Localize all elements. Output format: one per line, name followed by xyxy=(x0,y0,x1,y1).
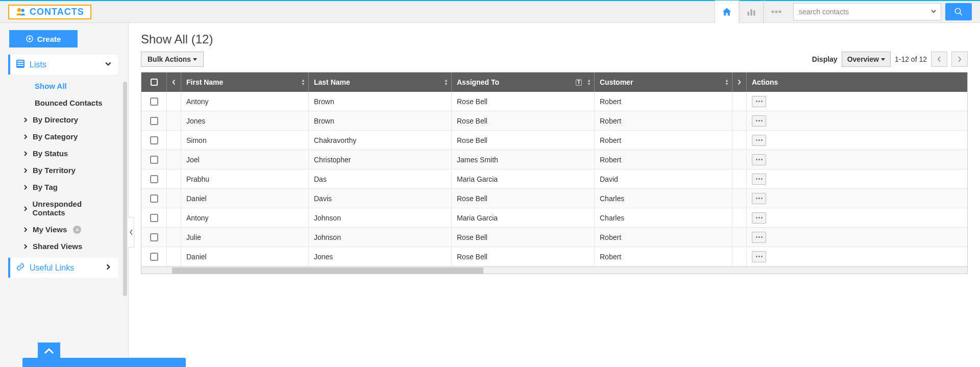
table-row[interactable]: DanielDavisRose BellCharles xyxy=(141,189,967,208)
create-button[interactable]: Create xyxy=(9,30,78,47)
cell-actions xyxy=(747,111,967,131)
sidebar-item[interactable]: By Status xyxy=(8,145,118,162)
column-last-name[interactable]: Last Name ▲▼ xyxy=(309,72,452,92)
bulk-actions-button[interactable]: Bulk Actions xyxy=(141,52,204,67)
cell-assigned-to: Rose Bell xyxy=(452,92,595,111)
sidebar-collapse-handle[interactable] xyxy=(128,217,134,248)
select-all-header[interactable] xyxy=(141,72,167,92)
nav-section-lists[interactable]: Lists xyxy=(8,55,118,75)
next-page-button[interactable] xyxy=(951,52,968,67)
table-row[interactable]: PrabhuDasMaria GarciaDavid xyxy=(141,169,967,189)
svg-line-9 xyxy=(960,13,962,15)
ellipsis-icon xyxy=(756,139,763,141)
cell-last-name: Johnson xyxy=(309,208,452,228)
checkbox-icon xyxy=(150,136,158,144)
row-actions-button[interactable] xyxy=(752,193,766,204)
row-actions-button[interactable] xyxy=(752,135,766,146)
cell-customer: Robert xyxy=(595,111,732,131)
table-row[interactable]: JulieJohnsonRose BellRobert xyxy=(141,228,967,247)
row-actions-button[interactable] xyxy=(752,212,766,224)
cell-first-name: Simon xyxy=(181,131,309,150)
sidebar: Create Lists Show AllBounced ContactsBy … xyxy=(0,23,129,367)
sidebar-item[interactable]: By Directory xyxy=(8,111,118,128)
row-checkbox[interactable] xyxy=(141,131,167,150)
cell-last-name: Johnson xyxy=(309,228,452,247)
table-row[interactable]: DanielJonesRose BellRobert xyxy=(141,247,967,266)
table-horizontal-scrollbar[interactable] xyxy=(141,266,967,274)
row-checkbox[interactable] xyxy=(141,208,167,228)
sidebar-item[interactable]: Shared Views xyxy=(8,238,118,255)
sidebar-item[interactable]: Show All xyxy=(8,78,118,94)
nav-item-label: Show All xyxy=(35,82,67,90)
sidebar-item[interactable]: By Tag xyxy=(8,179,118,195)
nav-section-useful-links[interactable]: Useful Links xyxy=(8,258,118,278)
table-row[interactable]: AntonyJohnsonMaria GarciaCharles xyxy=(141,208,967,228)
table-row[interactable]: JonesBrownRose BellRobert xyxy=(141,111,967,131)
chevron-left-icon xyxy=(172,79,176,85)
sidebar-item[interactable]: My Views+ xyxy=(8,221,118,238)
row-checkbox[interactable] xyxy=(141,150,167,169)
more-button[interactable] xyxy=(764,1,788,23)
row-checkbox[interactable] xyxy=(141,111,167,131)
row-actions-button[interactable] xyxy=(752,154,766,165)
table-body: AntonyBrownRose BellRobertJonesBrownRose… xyxy=(141,92,967,266)
sidebar-item[interactable]: Bounced Contacts xyxy=(8,94,118,111)
svg-point-6 xyxy=(775,11,777,13)
row-checkbox[interactable] xyxy=(141,228,167,247)
nav-item-label: My Views xyxy=(33,225,67,234)
ellipsis-icon xyxy=(756,217,763,218)
link-icon xyxy=(16,263,24,273)
cell-first-name: Joel xyxy=(181,150,309,169)
row-actions-button[interactable] xyxy=(752,232,766,243)
lists-label: Lists xyxy=(30,60,46,69)
cell-customer: Charles xyxy=(595,208,732,228)
search-button[interactable] xyxy=(945,3,972,20)
nav-list-items: Show AllBounced ContactsBy DirectoryBy C… xyxy=(8,75,118,258)
display-select[interactable]: Overview xyxy=(842,52,891,67)
filter-icon: T xyxy=(576,79,582,86)
expand-up-fab[interactable] xyxy=(38,342,60,360)
cell-customer: Robert xyxy=(595,131,732,150)
cell-last-name: Chakravorthy xyxy=(309,131,452,150)
cell-customer: Robert xyxy=(595,150,732,169)
sidebar-scrollbar[interactable] xyxy=(123,82,127,296)
display-value: Overview xyxy=(847,55,879,63)
row-checkbox[interactable] xyxy=(141,92,167,111)
sidebar-item[interactable]: By Territory xyxy=(8,162,118,179)
cell-customer: David xyxy=(595,169,732,189)
cell-assigned-to: Rose Bell xyxy=(452,111,595,131)
row-actions-button[interactable] xyxy=(752,251,766,262)
row-actions-button[interactable] xyxy=(752,174,766,185)
chart-button[interactable] xyxy=(739,1,764,23)
search-input[interactable]: search contacts xyxy=(793,3,941,20)
home-button[interactable] xyxy=(715,1,739,23)
row-checkbox[interactable] xyxy=(141,247,167,266)
row-actions-button[interactable] xyxy=(752,96,766,107)
table-row[interactable]: JoelChristopherJames SmithRobert xyxy=(141,150,967,169)
column-first-name[interactable]: First Name ▲▼ xyxy=(181,72,309,92)
prev-page-button[interactable] xyxy=(931,52,947,67)
home-icon xyxy=(722,7,732,17)
add-view-icon[interactable]: + xyxy=(73,226,81,234)
sidebar-item[interactable]: Unresponded Contacts xyxy=(8,195,118,221)
checkbox-icon xyxy=(150,214,158,222)
scroll-left-header[interactable] xyxy=(167,72,181,92)
search-wrap: search contacts xyxy=(793,3,972,20)
table-row[interactable]: AntonyBrownRose BellRobert xyxy=(141,92,967,111)
sidebar-item[interactable]: By Category xyxy=(8,128,118,145)
scrollbar-thumb[interactable] xyxy=(172,267,483,274)
row-checkbox[interactable] xyxy=(141,189,167,208)
cell-first-name: Julie xyxy=(181,228,309,247)
table-row[interactable]: SimonChakravorthyRose BellRobert xyxy=(141,131,967,150)
ellipsis-icon xyxy=(756,159,763,160)
row-actions-button[interactable] xyxy=(752,115,766,127)
row-checkbox[interactable] xyxy=(141,169,167,189)
svg-point-7 xyxy=(778,11,781,13)
cell-actions xyxy=(747,131,967,150)
cell-actions xyxy=(747,92,967,111)
column-assigned-to[interactable]: Assigned To T ▲▼ xyxy=(452,72,595,92)
scroll-right-header[interactable] xyxy=(732,72,747,92)
column-customer[interactable]: Customer ▲▼ xyxy=(595,72,732,92)
plus-circle-icon xyxy=(26,35,33,42)
checkbox-icon xyxy=(150,194,158,203)
